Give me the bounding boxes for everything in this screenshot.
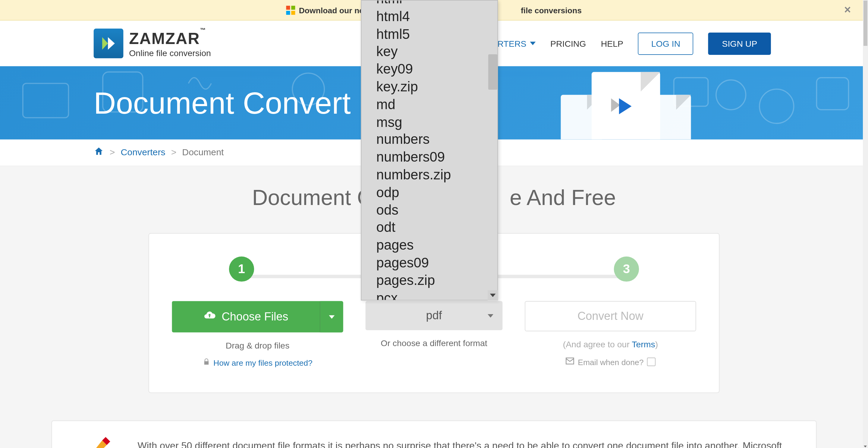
- svg-point-11: [760, 89, 794, 124]
- svg-rect-0: [286, 5, 290, 9]
- scrollbar-thumb[interactable]: [864, 1, 867, 46]
- dropdown-option-pages[interactable]: pages: [361, 237, 497, 254]
- dropdown-option-key-zip[interactable]: key.zip: [361, 79, 497, 96]
- logo-tagline: Online file conversion: [129, 48, 211, 57]
- terms-link[interactable]: Terms: [632, 339, 655, 349]
- step-3-badge: 3: [614, 257, 639, 281]
- hero-docs-graphic: [561, 72, 691, 140]
- chevron-down-icon: [530, 41, 535, 45]
- dropdown-option-key09[interactable]: key09: [361, 61, 497, 78]
- logo[interactable]: ZAMZAR™ Online file conversion: [94, 29, 211, 59]
- svg-rect-2: [286, 10, 290, 14]
- svg-marker-13: [611, 98, 620, 112]
- format-hint: Or choose a different format: [381, 338, 487, 348]
- description-text: With over 50 different document file for…: [138, 438, 797, 448]
- dropdown-option-pcx[interactable]: pcx: [361, 290, 497, 300]
- svg-marker-5: [108, 37, 115, 50]
- signup-button[interactable]: SIGN UP: [708, 32, 771, 55]
- dropdown-scroll-down[interactable]: [488, 290, 498, 301]
- caret-down-icon: [488, 314, 493, 317]
- windows-icon: [286, 5, 296, 14]
- svg-rect-1: [291, 5, 296, 9]
- play-icon: [611, 98, 636, 121]
- lock-icon: [203, 358, 210, 367]
- svg-rect-7: [103, 72, 143, 112]
- caret-down-icon: [490, 294, 496, 297]
- cloud-upload-icon: [204, 309, 216, 324]
- format-dropdown[interactable]: htmlhtml4html5keykey09key.zipmdmsgnumber…: [361, 0, 498, 301]
- breadcrumb-sep: >: [171, 147, 177, 158]
- choose-files-button[interactable]: Choose Files: [172, 301, 343, 332]
- mail-icon: [565, 357, 575, 367]
- breadcrumb-current: Document: [182, 147, 224, 158]
- dropdown-option-html4[interactable]: html4: [361, 8, 497, 25]
- primary-nav: CONVERTERS PRICING HELP LOG IN SIGN UP: [467, 32, 771, 55]
- banner-close-icon[interactable]: ×: [844, 3, 851, 17]
- dropdown-option-html[interactable]: html: [361, 1, 497, 8]
- breadcrumb-sep: >: [110, 147, 115, 158]
- dropdown-option-pages09[interactable]: pages09: [361, 254, 497, 272]
- home-icon[interactable]: [94, 146, 104, 159]
- dropdown-option-ods[interactable]: ods: [361, 201, 497, 219]
- dropdown-option-html5[interactable]: html5: [361, 25, 497, 43]
- dropdown-option-numbers-zip[interactable]: numbers.zip: [361, 166, 497, 184]
- convert-now-button[interactable]: Convert Now: [525, 301, 696, 331]
- terms-hint: (And agree to our Terms): [563, 339, 658, 349]
- choose-files-dropdown[interactable]: [320, 301, 343, 332]
- breadcrumb-converters[interactable]: Converters: [121, 147, 165, 158]
- svg-point-10: [716, 80, 746, 110]
- banner-text-suffix: file conversions: [521, 5, 582, 14]
- nav-pricing[interactable]: PRICING: [550, 38, 586, 48]
- dropdown-option-key[interactable]: key: [361, 43, 497, 61]
- logo-brand: ZAMZAR™: [129, 30, 211, 48]
- dropdown-option-odp[interactable]: odp: [361, 184, 497, 201]
- dropdown-option-pages-zip[interactable]: pages.zip: [361, 272, 497, 289]
- dropdown-option-odt[interactable]: odt: [361, 219, 497, 236]
- svg-point-8: [292, 73, 324, 105]
- svg-rect-3: [291, 10, 296, 14]
- svg-marker-4: [102, 37, 108, 50]
- files-protected-link[interactable]: How are my files protected?: [203, 358, 313, 367]
- login-button[interactable]: LOG IN: [638, 32, 693, 55]
- scroll-down-icon[interactable]: [864, 446, 867, 447]
- window-scrollbar[interactable]: [863, 0, 868, 448]
- dropdown-option-numbers[interactable]: numbers: [361, 131, 497, 149]
- banner-text-prefix: Download our new: [299, 5, 370, 14]
- description-card: With over 50 different document file for…: [52, 420, 817, 448]
- step-1-badge: 1: [229, 257, 254, 281]
- dropdown-option-msg[interactable]: msg: [361, 113, 497, 131]
- format-selected-value: pdf: [426, 309, 442, 322]
- caret-down-icon: [329, 315, 335, 318]
- email-when-done-checkbox[interactable]: [647, 358, 655, 366]
- pencil-icon: [79, 435, 113, 448]
- svg-rect-12: [816, 78, 848, 110]
- email-when-done-label: Email when done?: [578, 357, 644, 366]
- dropdown-option-numbers09[interactable]: numbers09: [361, 149, 497, 166]
- dropdown-option-md[interactable]: md: [361, 96, 497, 113]
- format-select[interactable]: pdf: [366, 301, 503, 330]
- dropdown-scrollbar-thumb[interactable]: [488, 54, 497, 90]
- nav-help[interactable]: HELP: [601, 38, 623, 48]
- choose-files-label: Choose Files: [221, 310, 288, 324]
- svg-marker-14: [619, 98, 632, 114]
- logo-mark: [94, 29, 124, 59]
- drag-drop-hint: Drag & drop files: [226, 340, 290, 350]
- svg-rect-6: [23, 84, 69, 118]
